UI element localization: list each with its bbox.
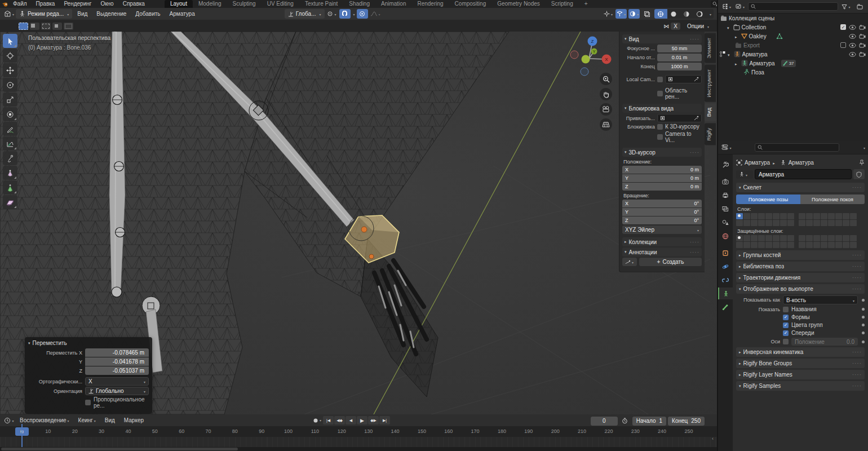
- operator-panel-header[interactable]: Переместить: [28, 339, 149, 347]
- viewport-display-panel-header[interactable]: Отображение во вьюпорте: [736, 284, 865, 294]
- render-camera-icon[interactable]: [859, 25, 866, 30]
- layer-cell[interactable]: [799, 235, 805, 241]
- clip-start-field[interactable]: 0.01 m: [657, 54, 702, 61]
- layer-cell[interactable]: [780, 242, 787, 248]
- breadcrumb-object[interactable]: Арматура: [745, 160, 770, 166]
- transform-tool[interactable]: [3, 107, 17, 121]
- outliner-search[interactable]: [748, 2, 838, 11]
- select-mode-extend-icon[interactable]: [30, 23, 39, 30]
- axes-checkbox[interactable]: [783, 339, 789, 344]
- layer-cell[interactable]: [806, 220, 813, 226]
- properties-search-input[interactable]: [764, 144, 836, 151]
- rigify-samples-panel-header[interactable]: Rigify Samples: [736, 381, 865, 391]
- disclosure-icon[interactable]: [727, 24, 732, 30]
- bone-extrude-tool[interactable]: [3, 166, 17, 180]
- collection-checkbox[interactable]: ✓: [840, 24, 846, 30]
- properties-editor-icon[interactable]: [721, 143, 732, 152]
- in-front-checkbox[interactable]: ✓: [783, 330, 789, 336]
- render-region-checkbox[interactable]: [657, 91, 663, 96]
- lock-to-object-field[interactable]: [657, 114, 702, 122]
- layer-cell[interactable]: [806, 235, 813, 241]
- add-workspace-button[interactable]: +: [579, 0, 594, 8]
- properties-options-chevron-icon[interactable]: [862, 144, 865, 151]
- layer-cell[interactable]: [758, 220, 765, 226]
- layer-cell[interactable]: [813, 213, 820, 219]
- camera-view-icon[interactable]: [600, 103, 612, 116]
- play-button[interactable]: ▶: [357, 416, 367, 425]
- disclosure-icon[interactable]: [735, 60, 739, 67]
- hide-eye-icon[interactable]: [849, 34, 856, 39]
- menu-select[interactable]: Выделение: [92, 11, 130, 17]
- editor-type-icon[interactable]: [3, 9, 15, 19]
- layer-cell[interactable]: [758, 235, 765, 241]
- layer-cell[interactable]: [787, 242, 794, 248]
- lock-to-cursor-checkbox[interactable]: [657, 124, 663, 130]
- layer-cell[interactable]: [765, 235, 772, 241]
- cursor-rx-field[interactable]: X0°: [622, 200, 702, 207]
- tab-constraints[interactable]: [718, 274, 733, 286]
- move-tool[interactable]: [3, 63, 17, 77]
- display-as-dropdown[interactable]: В-кость: [783, 295, 858, 304]
- select-mode-set-icon[interactable]: [19, 23, 28, 30]
- annotation-data-dropdown[interactable]: [622, 258, 637, 266]
- layer-cell[interactable]: [835, 220, 842, 226]
- layer-cell[interactable]: [743, 213, 750, 219]
- roll-tool[interactable]: [3, 151, 17, 165]
- tab-compositing[interactable]: Compositing: [449, 0, 492, 8]
- keyframe-dot-icon[interactable]: [862, 308, 865, 311]
- move-x-field[interactable]: -0.078465 m: [85, 348, 149, 357]
- snap-toggle-icon[interactable]: [339, 9, 351, 19]
- tab-rigify[interactable]: Rigify: [705, 123, 716, 145]
- row-pose[interactable]: Поза: [718, 68, 868, 77]
- eyedropper-icon[interactable]: [694, 77, 699, 82]
- options-menu[interactable]: Опции: [684, 21, 712, 31]
- current-frame-field[interactable]: 0: [591, 417, 618, 426]
- show-gizmos-icon[interactable]: [603, 9, 614, 19]
- group-colors-checkbox[interactable]: ✓: [783, 322, 789, 328]
- menu-view[interactable]: Вид: [73, 11, 91, 17]
- layer-cell[interactable]: [835, 213, 842, 219]
- pan-hand-icon[interactable]: [600, 88, 612, 100]
- shading-wireframe-icon[interactable]: [654, 9, 667, 19]
- tab-layout[interactable]: Layout: [165, 0, 193, 8]
- layer-cell[interactable]: [843, 242, 849, 248]
- annotation-new-button[interactable]: + Создать: [639, 258, 702, 266]
- play-reverse-button[interactable]: ◀: [346, 416, 356, 425]
- select-mode-subtract-icon[interactable]: [41, 23, 51, 30]
- layer-cell[interactable]: [736, 235, 743, 241]
- tab-output[interactable]: [718, 189, 733, 201]
- layer-cell[interactable]: [828, 235, 835, 241]
- select-box-tool[interactable]: [3, 34, 17, 48]
- auto-key-icon[interactable]: [312, 416, 322, 425]
- camera-to-view-checkbox[interactable]: [657, 134, 663, 140]
- shading-options-chevron-icon[interactable]: [706, 11, 714, 17]
- viewport-canvas[interactable]: Пользовательская перспектива (0) Арматур…: [0, 32, 717, 414]
- layer-cell[interactable]: [813, 242, 820, 248]
- tab-view-layer[interactable]: [718, 203, 733, 215]
- view-panel-header[interactable]: Вид: [622, 34, 702, 43]
- layer-cell[interactable]: [850, 235, 857, 241]
- layer-cell[interactable]: [843, 220, 849, 226]
- outliner-search-input[interactable]: [758, 3, 835, 10]
- focal-length-field[interactable]: 50 mm: [657, 45, 702, 52]
- rest-position-button[interactable]: Положение покоя: [800, 194, 865, 204]
- tab-render[interactable]: [718, 176, 733, 188]
- tab-bone[interactable]: [718, 301, 733, 313]
- tab-uv-editing[interactable]: UV Editing: [262, 0, 299, 8]
- tab-sculpting[interactable]: Sculpting: [227, 0, 262, 8]
- layer-cell[interactable]: [743, 242, 750, 248]
- cursor-y-field[interactable]: Y0 m: [622, 174, 702, 182]
- move-y-field[interactable]: -0.041678 m: [85, 357, 149, 366]
- next-keyframe-button[interactable]: ◆▶: [368, 416, 379, 425]
- layer-cell[interactable]: [843, 235, 849, 241]
- layer-cell[interactable]: [821, 220, 827, 226]
- clip-end-field[interactable]: 1000 m: [657, 63, 702, 70]
- id-type-dropdown[interactable]: [736, 170, 753, 179]
- tab-scripting[interactable]: Scripting: [546, 0, 579, 8]
- layer-cell[interactable]: [799, 242, 805, 248]
- breadcrumb-data[interactable]: Арматура: [789, 160, 814, 166]
- keyframe-dot-icon[interactable]: [862, 299, 865, 302]
- sync-icon[interactable]: [734, 2, 746, 11]
- tab-rendering[interactable]: Rendering: [411, 0, 449, 8]
- layer-cell[interactable]: [780, 220, 787, 226]
